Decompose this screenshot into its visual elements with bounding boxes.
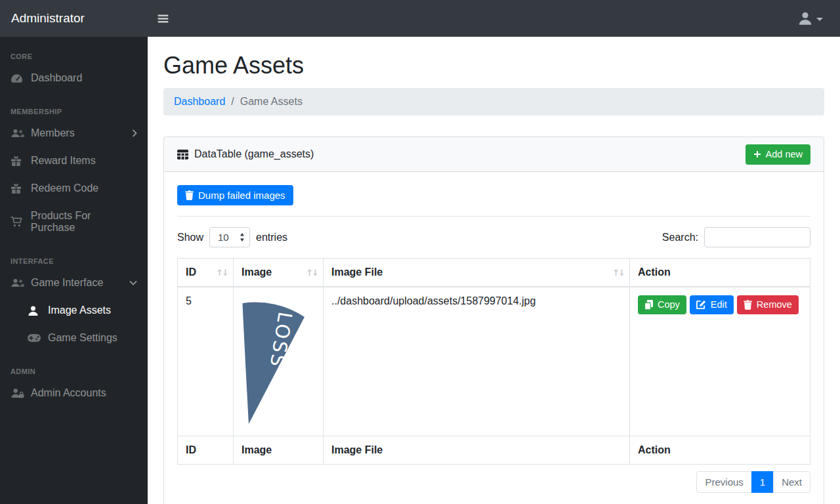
column-header-image[interactable]: Image ↑↓ [234,259,324,287]
gift-icon [10,183,25,194]
tachometer-icon [10,73,25,84]
breadcrumb: Dashboard / Game Assets [163,88,824,116]
table-icon [177,150,188,159]
breadcrumb-dashboard-link[interactable]: Dashboard [174,96,225,108]
sidebar-item-label: Members [31,127,75,139]
sidebar-item-label: Image Assets [48,304,111,316]
sidebar-heading-admin: ADMIN [0,352,148,379]
remove-button[interactable]: Remove [737,295,799,314]
footer-image-file: Image File [324,436,630,465]
breadcrumb-current: Game Assets [240,96,303,108]
pagination-previous[interactable]: Previous [696,471,751,493]
gamepad-icon [28,333,42,343]
sort-icon: ↑↓ [612,268,624,278]
pagination-next[interactable]: Next [773,471,810,493]
sidebar-item-members[interactable]: Members [0,119,148,147]
pagination: Previous 1 Next [177,471,810,493]
copy-button[interactable]: Copy [638,295,686,314]
sidebar-item-label: Reward Items [31,155,96,167]
datatable-card: DataTable (game_assets) Add new [163,136,824,504]
sidebar-item-label: Products For Purchase [31,210,137,234]
user-menu[interactable] [798,11,823,26]
users-icon [10,128,25,138]
select-arrows-icon [240,233,245,242]
add-new-label: Add new [766,148,803,161]
column-header-action: Action [630,259,810,287]
cell-image: LOSS [234,287,324,436]
sidebar-item-products-for-purchase[interactable]: Products For Purchase [0,202,148,242]
cell-action: Copy [630,287,810,436]
add-new-button[interactable]: Add new [746,144,810,165]
copy-icon [644,300,653,310]
cell-id: 5 [178,287,234,436]
sidebar-toggle-button[interactable] [154,10,173,28]
table-row: 5 LOSS ../dashboard/upload/assets/158799… [178,287,810,436]
sidebar-item-image-assets[interactable]: Image Assets [0,297,148,324]
main-content: Game Assets Dashboard / Game Assets Data… [148,37,840,504]
data-table: ID ↑↓ Image ↑↓ Image File ↑↓ [177,258,810,465]
sidebar-heading-core: CORE [0,37,148,64]
chevron-right-icon [132,129,137,137]
edit-button[interactable]: Edit [690,295,734,314]
trash-icon [744,300,752,310]
sidebar-item-admin-accounts[interactable]: Admin Accounts [0,379,148,407]
sidebar-item-game-settings[interactable]: Game Settings [0,324,148,352]
length-label-after: entries [256,232,287,243]
sort-icon: ↑↓ [306,268,318,278]
entries-select-value: 10 [218,232,229,243]
search-input[interactable] [704,227,810,247]
divider [177,216,810,217]
top-navbar: Administrator [0,0,840,37]
table-footer-row: ID Image Image File Action [178,436,810,465]
cart-icon [10,217,25,227]
dump-failed-images-label: Dump failed images [198,189,285,201]
search-label: Search: [662,232,698,243]
chevron-down-icon [129,280,137,285]
trash-icon [185,190,194,200]
sidebar-heading-membership: MEMBERSHIP [0,92,148,119]
cell-image-file: ../dashboard/upload/assets/1587997014.jp… [324,287,630,436]
sidebar: CORE Dashboard MEMBERSHIP Members [0,37,148,504]
sidebar-item-label: Game Settings [48,332,117,344]
card-header: DataTable (game_assets) Add new [164,137,824,172]
user-icon [798,11,812,26]
footer-image: Image [234,436,324,465]
users-icon [10,278,25,288]
table-header-row: ID ↑↓ Image ↑↓ Image File ↑↓ [178,259,810,287]
length-control: Show 10 entries [177,227,287,247]
search-control: Search: [662,227,810,247]
sidebar-item-reward-items[interactable]: Reward Items [0,147,148,175]
plus-icon [753,150,761,158]
edit-icon [696,300,706,310]
sidebar-item-redeem-code[interactable]: Redeem Code [0,175,148,202]
breadcrumb-separator: / [231,96,234,108]
entries-select[interactable]: 10 [209,227,250,247]
column-header-image-file[interactable]: Image File ↑↓ [324,259,630,287]
column-header-id[interactable]: ID ↑↓ [178,259,234,287]
sidebar-item-game-interface[interactable]: Game Interface [0,269,148,297]
brand-link[interactable]: Administrator [0,11,148,26]
gift-icon [10,156,25,167]
caret-down-icon [816,18,823,21]
sidebar-item-dashboard[interactable]: Dashboard [0,64,148,92]
page-title: Game Assets [163,52,824,79]
pagination-page-1[interactable]: 1 [751,471,774,493]
sidebar-heading-interface: INTERFACE [0,242,148,269]
card-body: Dump failed images Show 10 entries [164,172,824,504]
card-title-text: DataTable (game_assets) [194,148,314,160]
sidebar-item-label: Game Interface [31,277,103,289]
footer-id: ID [178,436,234,465]
sort-icon: ↑↓ [216,268,228,278]
length-label-before: Show [177,232,203,243]
dump-failed-images-button[interactable]: Dump failed images [177,185,293,205]
sidebar-item-label: Redeem Code [31,182,98,194]
sidebar-item-label: Dashboard [31,72,82,84]
asset-wheel-segment-image: LOSS [242,295,305,425]
table-controls: Show 10 entries Search: [177,227,810,247]
card-title: DataTable (game_assets) [177,148,314,160]
sidebar-item-label: Admin Accounts [31,387,106,399]
hamburger-icon [158,14,169,24]
user-lock-icon [10,388,25,398]
footer-action: Action [630,436,810,465]
person-icon [28,305,42,316]
